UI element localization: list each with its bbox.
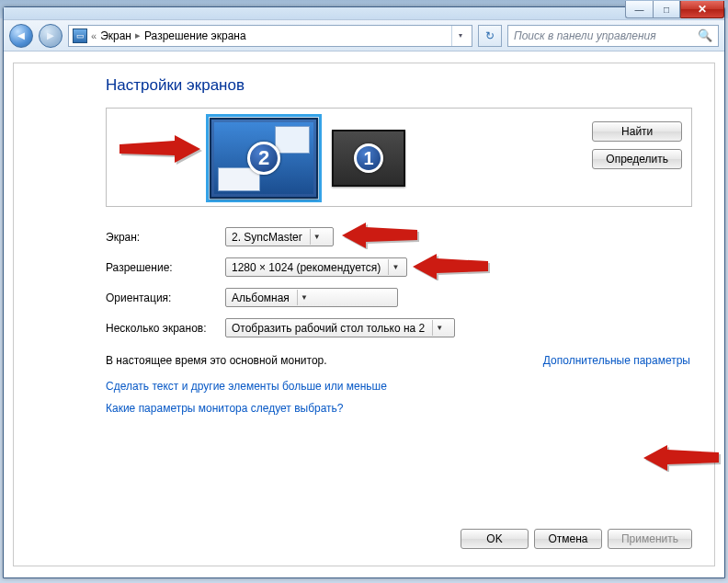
search-placeholder: Поиск в панели управления [514,29,656,42]
orientation-combo[interactable]: Альбомная ▼ [225,288,398,307]
multi-display-combo[interactable]: Отобразить рабочий стол только на 2 ▼ [225,318,455,337]
breadcrumb-resolution[interactable]: Разрешение экрана [144,29,246,42]
content-pane: Настройки экранов 2 1 Найти Определить [13,63,715,566]
text-size-link[interactable]: Сделать текст и другие элементы больше и… [106,380,387,393]
page-title: Настройки экранов [106,76,692,95]
titlebar: — □ ✕ [4,7,724,20]
control-panel-window: — □ ✕ ◄ ► ▭ « Экран ▸ Разрешение экрана … [3,6,725,578]
navbar: ◄ ► ▭ « Экран ▸ Разрешение экрана ▾ ↻ По… [4,20,724,51]
address-bar[interactable]: ▭ « Экран ▸ Разрешение экрана ▾ [68,25,472,47]
breadcrumb-screen[interactable]: Экран [100,29,131,42]
multi-display-value: Отобразить рабочий стол только на 2 [232,322,425,335]
breadcrumb-prefix: « [91,30,97,41]
chevron-down-icon: ▼ [310,229,324,245]
search-input[interactable]: Поиск в панели управления 🔍 [507,25,719,47]
advanced-params-link[interactable]: Дополнительные параметры [543,354,690,367]
dialog-buttons: OK Отмена Применить [461,529,692,549]
screen-label: Экран: [106,231,225,244]
cancel-button[interactable]: Отмена [534,529,602,549]
monitor-1-badge: 1 [354,143,383,173]
which-settings-link[interactable]: Какие параметры монитора следует выбрать… [106,402,344,415]
resolution-combo[interactable]: 1280 × 1024 (рекомендуется) ▼ [225,257,407,277]
orientation-label: Ориентация: [106,292,225,304]
orientation-value: Альбомная [232,292,290,304]
maximize-button[interactable]: □ [653,1,680,18]
refresh-button[interactable]: ↻ [478,25,502,47]
identify-button[interactable]: Определить [592,149,682,169]
resolution-label: Разрешение: [106,261,225,274]
monitor-arrangement[interactable]: 2 1 Найти Определить [106,108,692,207]
nav-back-button[interactable]: ◄ [9,24,33,48]
minimize-button[interactable]: — [625,1,653,18]
ok-button[interactable]: OK [461,529,529,549]
find-button[interactable]: Найти [592,121,682,142]
nav-forward-button[interactable]: ► [39,24,63,48]
monitor-2-badge: 2 [247,142,280,175]
apply-button[interactable]: Применить [608,529,692,549]
screen-value: 2. SyncMaster [232,231,302,244]
resolution-value: 1280 × 1024 (рекомендуется) [232,261,381,274]
chevron-down-icon: ▼ [388,259,402,275]
chevron-down-icon: ▼ [297,290,311,305]
address-dropdown[interactable]: ▾ [451,26,468,46]
monitor-1[interactable]: 1 [329,127,408,189]
breadcrumb-sep: ▸ [135,29,141,41]
display-icon: ▭ [73,29,87,43]
monitor-2[interactable]: 2 [206,114,322,202]
window-controls: — □ ✕ [625,1,724,18]
search-icon: 🔍 [698,29,712,42]
close-button[interactable]: ✕ [680,1,724,18]
chevron-down-icon: ▼ [432,320,446,336]
screen-combo[interactable]: 2. SyncMaster ▼ [225,227,334,246]
multi-display-label: Несколько экранов: [106,322,225,335]
primary-monitor-status: В настоящее время это основной монитор. [106,354,327,367]
